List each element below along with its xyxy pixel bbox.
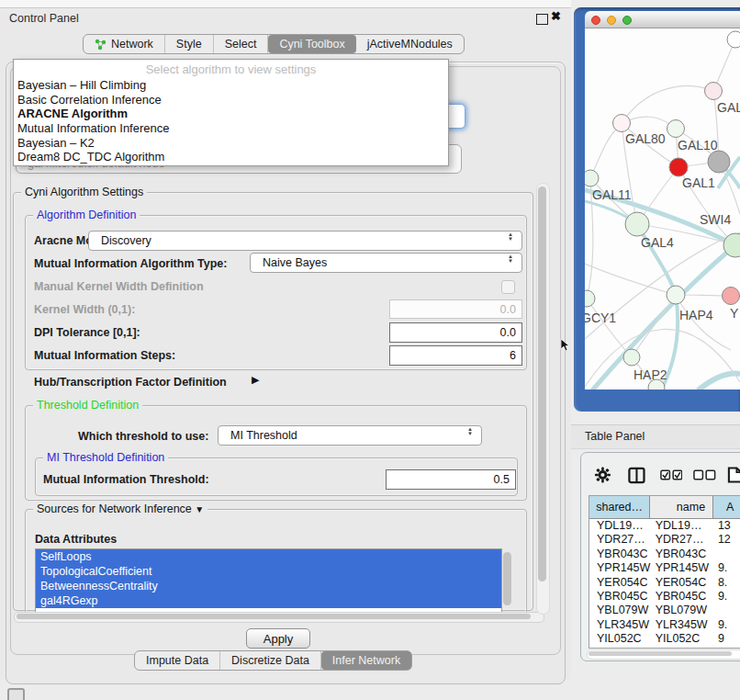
network-node-HAP4[interactable] [667, 286, 685, 304]
manual-kernel-checkbox[interactable] [501, 280, 515, 294]
bottom-tab-impute-data[interactable]: Impute Data [135, 651, 220, 670]
network-node-HAP2[interactable] [623, 349, 640, 366]
bottom-tab-discretize-data[interactable]: Discretize Data [220, 651, 321, 670]
gear-icon[interactable] [594, 466, 611, 484]
network-view[interactable]: GALGAL80GAL10GAL1GAL11GAL4SWI4HAP4YGCY1H… [585, 28, 740, 390]
tab-jactivemnodules[interactable]: jActiveMNodules [356, 35, 464, 53]
mi-steps-field[interactable]: 6 [389, 345, 522, 366]
zoom-window-icon[interactable] [622, 16, 632, 25]
algorithm-option[interactable]: Mutual Information Inference [14, 121, 448, 136]
attribute-item[interactable]: SelfLoops [36, 549, 501, 564]
tab-style[interactable]: Style [165, 35, 214, 53]
columns-icon[interactable] [628, 467, 645, 484]
dpi-tolerance-field[interactable]: 0.0 [389, 322, 522, 343]
manual-kernel-label: Manual Kernel Width Definition [34, 280, 204, 293]
table-row[interactable]: YBR043CYBR043C [589, 548, 740, 561]
table-row[interactable]: YPR145WYPR145W9. [589, 561, 740, 575]
mi-type-combobox[interactable]: Naive Bayes ▲▼ [250, 253, 522, 273]
network-node-node-salmon[interactable] [723, 288, 740, 305]
top-strip [0, 0, 571, 8]
minimize-window-icon[interactable] [607, 16, 616, 25]
screen: Control Panel ✖ NetworkStyleSelectCyni T… [0, 0, 740, 700]
unchecked-pair-icon[interactable] [693, 469, 716, 480]
apply-button[interactable]: Apply [246, 628, 310, 649]
data-attributes-list[interactable]: SelfLoopsTopologicalCoefficientBetweenne… [35, 548, 502, 613]
aracne-mode-combobox[interactable]: Discovery ▲▼ [88, 231, 522, 251]
bottom-tab-infer-network[interactable]: Infer Network [321, 651, 411, 670]
table-cell: YBR045C [589, 590, 651, 604]
table-cell: YDL19… [589, 519, 651, 533]
dropdown-placeholder: Select algorithm to view settings [14, 60, 448, 78]
network-node-GAL11[interactable] [585, 170, 599, 186]
mi-type-value: Naive Bayes [263, 256, 327, 269]
expander-arrow-icon[interactable]: ▶ [252, 374, 259, 386]
document-icon[interactable] [727, 466, 740, 484]
table-row[interactable]: YBR045CYBR045C9. [589, 590, 740, 604]
network-node-GCY1[interactable] [585, 290, 595, 307]
network-window-titlebar[interactable] [585, 11, 740, 28]
node-label-GAL1: GAL1 [682, 175, 715, 190]
algorithm-option[interactable]: Basic Correlation Inference [14, 93, 448, 107]
table-cell: 9. [713, 561, 740, 575]
close-window-icon[interactable] [591, 16, 600, 25]
settings-scrollbar[interactable] [536, 183, 550, 615]
network-node-GAL10[interactable] [667, 120, 685, 138]
tab-label: Style [176, 38, 202, 51]
which-threshold-combobox[interactable]: MI Threshold ▲▼ [218, 425, 482, 446]
node-label-GAL4: GAL4 [641, 235, 674, 250]
table-cell: YDR27… [589, 533, 651, 547]
column-header-name[interactable]: name [650, 496, 713, 518]
close-panel-icon[interactable]: ✖ [551, 9, 561, 23]
network-edge[interactable] [590, 123, 622, 178]
attribute-item[interactable]: BetweennessCentrality [36, 579, 501, 593]
table-row[interactable]: YLR345WYLR345W9. [589, 618, 740, 632]
mi-threshold-field[interactable]: 0.5 [386, 469, 516, 490]
algorithm-dropdown-list: Select algorithm to view settings Bayesi… [13, 59, 449, 166]
network-node-GAL4[interactable] [625, 212, 649, 236]
list-scrollbar[interactable] [503, 552, 511, 605]
table-row[interactable]: YIL052CYIL052C9 [589, 632, 740, 646]
table-cell: 9. [713, 618, 740, 632]
algorithm-option[interactable]: Bayesian – K2 [14, 136, 448, 151]
algorithm-option[interactable]: ARACNE Algorithm [14, 107, 448, 121]
float-panel-icon[interactable] [536, 14, 548, 25]
network-node-GAL1[interactable] [669, 158, 688, 176]
network-edge-highlighted[interactable] [698, 374, 740, 390]
table-row[interactable]: YBL079WYBL079W [589, 604, 740, 617]
network-node-GAL-cut[interactable] [705, 83, 723, 100]
network-node-node-top[interactable] [727, 31, 740, 48]
network-node-node-gray[interactable] [708, 151, 730, 173]
tab-label: jActiveMNodules [367, 38, 453, 51]
table-cell: YPR145W [651, 561, 713, 575]
network-edge[interactable] [632, 295, 676, 357]
sources-title-text: Sources for Network Inference [37, 502, 192, 515]
dock-icon[interactable] [7, 688, 25, 700]
threshold-definition-title: Threshold Definition [33, 399, 142, 412]
tab-select[interactable]: Select [214, 35, 269, 53]
column-header-shared…[interactable]: shared… [589, 496, 650, 518]
network-node-GAL80[interactable] [613, 115, 631, 132]
node-table[interactable]: shared…nameA YDL19…YDL19…13YDR27…YDR27…1… [589, 495, 740, 649]
horizontal-scrollbar[interactable] [14, 612, 544, 623]
collapse-arrow-icon[interactable]: ▼ [195, 504, 204, 514]
table-row[interactable]: YDL19…YDL19…13 [589, 519, 740, 533]
mi-steps-label: Mutual Information Steps: [34, 349, 175, 362]
kernel-width-label: Kernel Width (0,1): [34, 303, 135, 316]
attribute-item[interactable]: gal4RGexp [36, 593, 501, 608]
algorithm-option[interactable]: Bayesian – Hill Climbing [14, 78, 448, 93]
tab-network[interactable]: Network [84, 35, 165, 53]
table-horizontal-scrollbar[interactable] [587, 649, 740, 660]
spinner-arrows-icon: ▲▼ [467, 427, 473, 436]
table-row[interactable]: YER054CYER054C8. [589, 576, 740, 590]
attribute-item[interactable]: TopologicalCoefficient [36, 564, 501, 579]
table-row[interactable]: YDR27…YDR27…12 [589, 533, 740, 547]
checked-pair-icon[interactable] [660, 469, 683, 480]
tab-cyni-toolbox[interactable]: Cyni Toolbox [268, 35, 355, 53]
spinner-arrows-icon: ▲▼ [508, 254, 513, 264]
table-cell: 13 [713, 519, 740, 533]
algorithm-option[interactable]: Dream8 DC_TDC Algorithm [14, 150, 448, 164]
kernel-width-field[interactable]: 0.0 [389, 299, 522, 319]
column-header-A[interactable]: A [713, 496, 740, 518]
table-cell: YER054C [651, 576, 713, 590]
network-edge[interactable] [587, 299, 632, 357]
